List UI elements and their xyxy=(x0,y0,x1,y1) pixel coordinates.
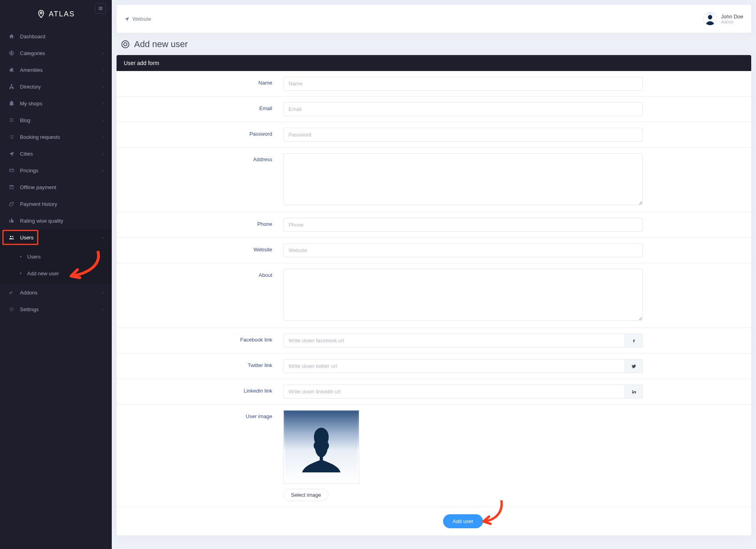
sidebar-item-pricings[interactable]: Pricings xyxy=(0,162,112,179)
page-header: Add new user xyxy=(112,33,756,55)
sidebar-item-categories[interactable]: Categories xyxy=(0,45,112,61)
twitter-field[interactable] xyxy=(283,359,625,373)
sidebar-item-settings[interactable]: Settings xyxy=(0,301,112,318)
sidebar-subitem-users-list[interactable]: Users xyxy=(0,248,112,265)
sidebar-item-rating[interactable]: Rating wise quality xyxy=(0,212,112,229)
sidebar-item-label: Dashboard xyxy=(16,34,105,39)
brand-header: ATLAS xyxy=(0,0,112,28)
sidebar-item-blog[interactable]: Blog xyxy=(0,112,112,128)
user-name: John Doe xyxy=(721,14,743,20)
sidebar-item-dashboard[interactable]: Dashboard xyxy=(0,28,112,45)
chevron-right-icon xyxy=(101,134,105,140)
bullet-icon xyxy=(20,256,22,257)
label-email: Email xyxy=(124,102,283,116)
linkedin-field[interactable] xyxy=(283,385,625,399)
offline-icon xyxy=(7,184,16,190)
user-menu[interactable]: John Doe Admin xyxy=(703,12,743,26)
sidebar-item-label: Cities xyxy=(16,151,101,157)
name-field[interactable] xyxy=(283,77,643,91)
silhouette-icon xyxy=(285,418,357,482)
chevron-right-icon xyxy=(101,101,105,107)
user-add-card: User add form Name Email Password Addres… xyxy=(117,55,751,535)
sidebar-item-label: Amenities xyxy=(16,67,101,73)
chevron-right-icon xyxy=(101,84,105,90)
sidebar-item-label: Addons xyxy=(16,290,101,296)
addons-icon xyxy=(7,290,16,295)
chevron-right-icon xyxy=(101,306,105,312)
chevron-right-icon xyxy=(101,50,105,56)
select-image-button[interactable]: Select image xyxy=(283,489,329,501)
email-field[interactable] xyxy=(283,102,643,116)
brand-logo[interactable]: ATLAS xyxy=(37,10,75,18)
sidebar-item-label: Categories xyxy=(16,50,101,56)
sidebar-item-cities[interactable]: Cities xyxy=(0,145,112,162)
menu-icon xyxy=(98,6,103,11)
sidebar-item-offline[interactable]: Offline payment xyxy=(0,179,112,196)
pin-icon xyxy=(37,10,46,18)
sidebar-item-label: Blog xyxy=(16,117,101,123)
password-field[interactable] xyxy=(283,128,643,142)
linkedin-icon xyxy=(625,385,643,399)
sidebar-item-label: Booking requests xyxy=(16,134,101,140)
label-name: Name xyxy=(124,77,283,91)
page-icon xyxy=(121,40,129,48)
sidebar-item-directory[interactable]: Directory xyxy=(0,78,112,95)
sidebar-item-users[interactable]: Users xyxy=(0,229,112,246)
sidebar-item-addons[interactable]: Addons xyxy=(0,284,112,301)
sidebar-item-label: My shops xyxy=(16,101,101,107)
avatar-icon xyxy=(704,13,716,25)
topbar-website-label: Website xyxy=(133,16,151,22)
sidebar-item-booking[interactable]: Booking requests xyxy=(0,128,112,145)
cities-icon xyxy=(7,151,16,156)
sidebar-item-payhist[interactable]: Payment history xyxy=(0,196,112,212)
sidebar: ATLAS DashboardCategoriesAmenitiesDirect… xyxy=(0,0,112,549)
page-title: Add new user xyxy=(134,39,188,49)
label-twitter: Twitter link xyxy=(124,359,283,373)
rating-icon xyxy=(7,218,16,223)
facebook-field[interactable] xyxy=(283,334,625,348)
card-header: User add form xyxy=(117,55,751,71)
myshops-icon xyxy=(7,101,16,106)
sidebar-subitem-add-user[interactable]: Add new user xyxy=(0,265,112,282)
chevron-right-icon xyxy=(101,290,105,296)
sidebar-item-label: Rating wise quality xyxy=(16,218,105,224)
label-address: Address xyxy=(124,153,283,206)
chevron-right-icon xyxy=(101,168,105,174)
sidebar-subitem-label: Users xyxy=(27,254,41,260)
sidebar-item-label: Users xyxy=(16,235,101,241)
brand-text: ATLAS xyxy=(49,10,75,18)
bullet-icon xyxy=(20,273,22,274)
blog-icon xyxy=(7,117,16,123)
directory-icon xyxy=(7,84,16,89)
sidebar-toggle[interactable] xyxy=(95,3,106,14)
sidebar-item-label: Pricings xyxy=(16,168,101,174)
dashboard-icon xyxy=(7,34,16,39)
chevron-right-icon xyxy=(101,117,105,123)
pricings-icon xyxy=(7,168,16,173)
categories-icon xyxy=(7,50,16,56)
topbar: Website John Doe Admin xyxy=(117,5,751,33)
sidebar-item-label: Settings xyxy=(16,306,101,312)
chevron-right-icon xyxy=(101,67,105,73)
amenities-icon xyxy=(7,67,16,73)
sidebar-item-label: Offline payment xyxy=(16,184,105,190)
plane-icon xyxy=(125,16,129,21)
main-content: Website John Doe Admin Add new user User… xyxy=(112,0,756,549)
label-password: Password xyxy=(124,128,283,142)
user-role: Admin xyxy=(721,20,743,24)
add-user-button[interactable]: Add user xyxy=(443,514,483,528)
address-field[interactable] xyxy=(283,153,643,205)
about-field[interactable] xyxy=(283,269,643,321)
sidebar-item-amenities[interactable]: Amenities xyxy=(0,61,112,78)
sidebar-item-myshops[interactable]: My shops xyxy=(0,95,112,112)
topbar-website-link[interactable]: Website xyxy=(125,16,151,22)
website-field[interactable] xyxy=(283,243,643,257)
phone-field[interactable] xyxy=(283,218,643,232)
chevron-down-icon xyxy=(101,235,105,241)
label-facebook: Facebook link xyxy=(124,334,283,348)
booking-icon xyxy=(7,134,16,140)
settings-icon xyxy=(7,306,16,312)
sidebar-item-label: Payment history xyxy=(16,201,105,207)
sidebar-item-label: Directory xyxy=(16,84,101,90)
label-phone: Phone xyxy=(124,218,283,232)
